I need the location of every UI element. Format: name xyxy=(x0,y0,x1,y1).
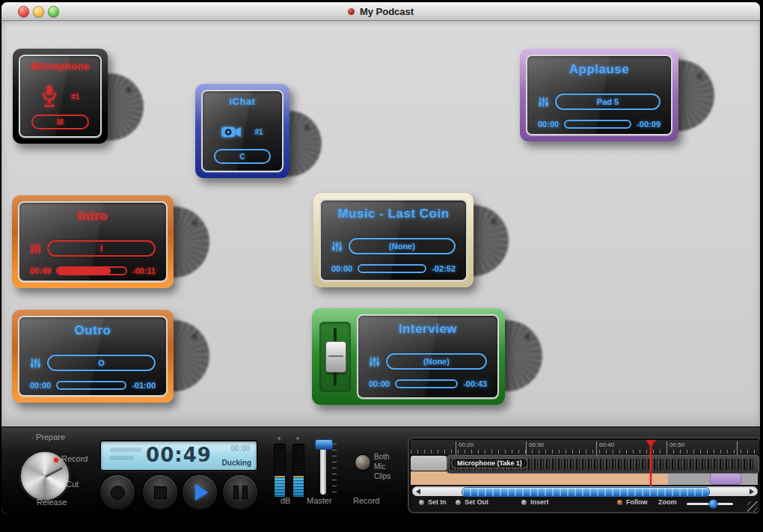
pad-control-row: O xyxy=(30,355,156,371)
pad-progress-bar xyxy=(56,381,126,390)
pause-button[interactable] xyxy=(222,474,258,510)
pad-elapsed: 00:00 xyxy=(30,381,51,390)
ruler-major-tick xyxy=(456,441,456,455)
lcd-ducking-label: Ducking xyxy=(222,459,251,467)
record-option-mic[interactable]: Mic xyxy=(374,462,390,471)
pad-screen: Intro I 00:49 -00:11 xyxy=(18,201,168,282)
pad-badge: #1 xyxy=(254,128,263,136)
clip-segment[interactable] xyxy=(411,456,447,471)
master-slider-handle[interactable] xyxy=(315,439,333,450)
record-option-clips[interactable]: Clips xyxy=(374,472,390,480)
pad-source-button[interactable]: I xyxy=(47,240,156,257)
pad-progress-bar xyxy=(395,379,458,388)
pad-source-button[interactable]: (None) xyxy=(386,353,487,370)
follow-button[interactable]: Follow xyxy=(617,498,648,506)
mixer-icon xyxy=(369,357,380,367)
master-slider-track[interactable] xyxy=(320,442,326,495)
title-bar: My Podcast xyxy=(1,2,760,21)
ruler-major-tick xyxy=(667,441,667,455)
pad-control-row: I xyxy=(30,240,156,257)
pad-time-row: 00:00 -00:43 xyxy=(369,379,487,389)
record-selector-label: Record xyxy=(353,496,379,505)
pad-intro[interactable]: Intro I 00:49 -00:11 xyxy=(12,195,174,288)
fader-knob[interactable] xyxy=(325,341,346,373)
set-in-button[interactable]: Set In xyxy=(419,498,447,506)
pad-title: Outro xyxy=(19,323,166,338)
playhead[interactable] xyxy=(650,440,652,486)
pad-time-row: 00:49 -00:11 xyxy=(30,266,156,276)
level-meter-right xyxy=(292,444,304,498)
pad-remaining: -00:11 xyxy=(132,266,156,275)
pad-elapsed: 00:00 xyxy=(538,120,559,129)
pad-outro[interactable]: Outro O 00:00 -01:00 xyxy=(12,310,174,403)
stop-button[interactable] xyxy=(142,474,178,510)
pad-applause[interactable]: Applause Pad 5 00:00 -00:09 xyxy=(520,49,678,141)
insert-label: Insert xyxy=(530,498,549,506)
zoom-slider-handle[interactable] xyxy=(708,499,718,509)
pad-time-row: 00:00 -00:09 xyxy=(538,119,661,129)
pad-screen: Interview (None) 00:00 -00:43 xyxy=(357,314,499,399)
mixer-icon xyxy=(30,358,41,368)
microphone-track-clip[interactable]: Microphone (Take 1) xyxy=(447,455,759,474)
pad-key-button[interactable]: C xyxy=(214,149,271,164)
pad-interview[interactable]: Interview (None) 00:00 -00:43 xyxy=(312,308,505,405)
follow-label: Follow xyxy=(626,498,648,506)
document-modified-icon xyxy=(348,8,355,15)
ruler-tick-label: 00:30 xyxy=(529,441,544,448)
microphone-icon xyxy=(41,85,58,108)
record-icon xyxy=(111,486,125,500)
prepare-marker-dot xyxy=(31,436,34,439)
play-button[interactable] xyxy=(182,474,218,510)
lcd-display: 00:49 00:00 Ducking xyxy=(99,440,258,471)
pad-source-button[interactable]: O xyxy=(47,355,156,371)
pad-control-row: (None) xyxy=(369,353,487,370)
timeline-scrollbar[interactable] xyxy=(412,486,758,496)
pad-source-button[interactable]: Pad 5 xyxy=(555,94,661,110)
record-source-knob[interactable] xyxy=(355,454,371,471)
clip-label: Microphone (Take 1) xyxy=(451,458,528,468)
pad-source-button[interactable]: (None) xyxy=(349,238,456,254)
record-source-options: Both Mic Clips xyxy=(374,453,390,480)
knob-label-record: Record xyxy=(61,454,88,463)
pad-time-row: 00:00 -02:52 xyxy=(331,263,456,274)
pad-title: Interview xyxy=(358,322,497,337)
scroll-right-icon[interactable] xyxy=(750,489,754,495)
play-icon xyxy=(195,484,208,501)
zoom-control-label: Zoom xyxy=(658,498,677,506)
master-slider-ticks xyxy=(332,444,337,493)
clip-purple[interactable] xyxy=(710,473,741,485)
timeline-panel: 00:20 00:30 00:40 00:50 Microphone (Take… xyxy=(408,437,760,513)
lcd-alt-time: 00:00 xyxy=(230,444,250,453)
resize-grip[interactable] xyxy=(747,501,758,512)
pad-time-row: 00:00 -01:00 xyxy=(30,380,156,391)
scroll-left-icon[interactable] xyxy=(416,489,420,495)
record-button[interactable] xyxy=(99,474,135,510)
pad-screen: Music - Last Coin (None) 00:00 -02:52 xyxy=(319,199,468,281)
pad-title: Applause xyxy=(527,62,671,77)
pad-screen: Applause Pad 5 00:00 -00:09 xyxy=(526,55,672,135)
meter-led xyxy=(296,437,299,440)
master-label: Master xyxy=(307,496,332,505)
knob-label-prepare: Prepare xyxy=(36,432,65,441)
playhead-head-icon[interactable] xyxy=(646,440,656,447)
set-out-button[interactable]: Set Out xyxy=(456,498,488,506)
stop-icon xyxy=(154,486,167,499)
pad-key-button[interactable]: M xyxy=(31,114,89,129)
pad-ichat[interactable]: iChat #1 C xyxy=(195,84,289,178)
pad-title: Music - Last Coin xyxy=(321,207,466,221)
pad-microphone[interactable]: Microphone #1 M xyxy=(13,49,108,144)
pad-elapsed: 00:49 xyxy=(30,266,51,275)
pad-remaining: -02:52 xyxy=(432,264,456,273)
insert-button[interactable]: Insert xyxy=(521,498,549,506)
set-out-icon xyxy=(456,500,461,505)
timeline-ruler[interactable]: 00:20 00:30 00:40 00:50 xyxy=(411,440,759,456)
pad-music-last-coin[interactable]: Music - Last Coin (None) 00:00 -02:52 xyxy=(313,193,474,287)
pad-control-row: Pad 5 xyxy=(538,94,661,110)
window-title: My Podcast xyxy=(360,6,414,17)
meter-led xyxy=(278,437,281,440)
record-option-both[interactable]: Both xyxy=(374,453,390,461)
scrollbar-thumb[interactable] xyxy=(462,487,710,497)
ruler-tick-label: 00:40 xyxy=(599,441,614,448)
pad-title: Intro xyxy=(19,209,166,224)
level-meter-left xyxy=(274,444,286,498)
